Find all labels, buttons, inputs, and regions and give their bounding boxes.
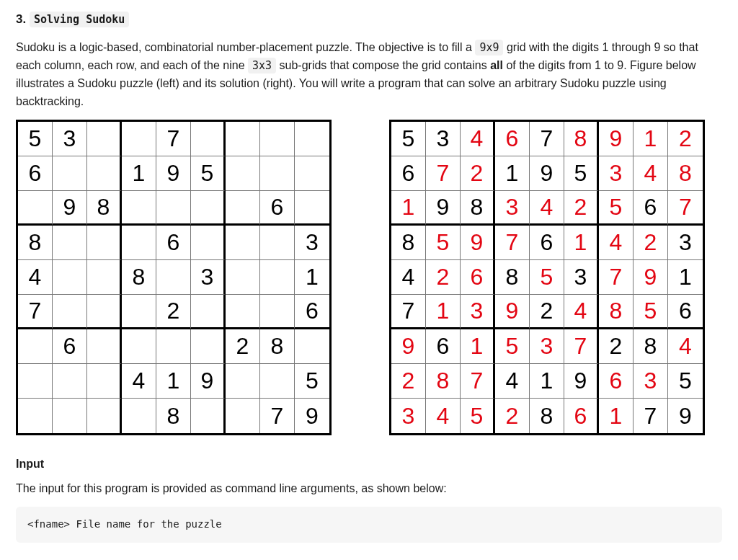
- sudoku-cell: 8: [564, 122, 599, 156]
- sudoku-cell: [18, 191, 53, 226]
- sudoku-cell: 3: [668, 226, 703, 260]
- sudoku-cell: 4: [530, 191, 564, 226]
- sudoku-cell: [156, 191, 191, 226]
- sudoku-cell: 3: [564, 260, 599, 295]
- sudoku-cell: 3: [461, 295, 495, 329]
- sudoku-cell: [53, 260, 87, 295]
- sudoku-cell: 7: [495, 226, 530, 260]
- sudoku-cell: 2: [156, 295, 191, 329]
- sudoku-cell: 5: [461, 399, 495, 433]
- sudoku-cell: 9: [426, 191, 461, 226]
- sudoku-cell: [191, 122, 226, 156]
- desc-text-2: sub-grids that compose the grid contains: [276, 59, 490, 71]
- sudoku-cell: 8: [122, 260, 156, 295]
- sudoku-cell: 3: [426, 122, 461, 156]
- sudoku-cell: 9: [156, 156, 191, 191]
- sudoku-cell: [226, 191, 260, 226]
- heading-prefix: 3.: [16, 12, 30, 26]
- sudoku-cell: 8: [260, 329, 295, 364]
- sudoku-cell: 2: [599, 329, 633, 364]
- sudoku-cell: 5: [426, 226, 461, 260]
- sudoku-cell: [87, 122, 122, 156]
- sudoku-cell: 9: [599, 122, 633, 156]
- sudoku-cell: [191, 329, 226, 364]
- sudoku-cell: 4: [18, 260, 53, 295]
- sudoku-cell: 7: [530, 122, 564, 156]
- sudoku-cell: 8: [633, 329, 668, 364]
- sudoku-cell: [53, 399, 87, 433]
- sudoku-cell: 2: [564, 191, 599, 226]
- sudoku-cell: 8: [87, 191, 122, 226]
- sudoku-cell: 7: [461, 364, 495, 399]
- sudoku-cell: 4: [495, 364, 530, 399]
- sudoku-cell: [53, 156, 87, 191]
- sudoku-cell: 6: [599, 364, 633, 399]
- sudoku-cell: 4: [391, 260, 426, 295]
- sudoku-cell: 5: [18, 122, 53, 156]
- sudoku-cell: [53, 364, 87, 399]
- sudoku-cell: 4: [426, 399, 461, 433]
- sudoku-cell: [226, 226, 260, 260]
- sudoku-cell: 7: [391, 295, 426, 329]
- sudoku-cell: 8: [530, 399, 564, 433]
- sudoku-cell: 6: [461, 260, 495, 295]
- sudoku-cell: 7: [668, 191, 703, 226]
- sudoku-cell: 7: [564, 329, 599, 364]
- sudoku-cell: 2: [226, 329, 260, 364]
- sudoku-cell: 6: [426, 329, 461, 364]
- sudoku-cell: 9: [633, 260, 668, 295]
- sudoku-cell: [295, 122, 329, 156]
- sudoku-cell: [295, 156, 329, 191]
- desc-code-3x3: 3x3: [248, 58, 276, 74]
- code-block: <fname> File name for the puzzle: [16, 507, 722, 543]
- sudoku-cell: 5: [599, 191, 633, 226]
- sudoku-cell: 5: [564, 156, 599, 191]
- sudoku-cell: [295, 329, 329, 364]
- sudoku-cell: 1: [530, 364, 564, 399]
- sudoku-cell: [18, 364, 53, 399]
- sudoku-cell: 1: [599, 399, 633, 433]
- sudoku-cell: [260, 156, 295, 191]
- sudoku-cell: 9: [564, 364, 599, 399]
- sudoku-cell: 1: [156, 364, 191, 399]
- sudoku-boards: 537619598686348317266284195879 534678912…: [16, 120, 722, 435]
- sudoku-cell: 2: [461, 156, 495, 191]
- sudoku-cell: [122, 122, 156, 156]
- desc-text-0: Sudoku is a logic-based, combinatorial n…: [16, 41, 475, 53]
- sudoku-cell: 9: [191, 364, 226, 399]
- sudoku-cell: [87, 329, 122, 364]
- sudoku-cell: 2: [495, 399, 530, 433]
- sudoku-cell: [122, 399, 156, 433]
- sudoku-cell: [260, 295, 295, 329]
- sudoku-cell: 4: [122, 364, 156, 399]
- sudoku-cell: [226, 122, 260, 156]
- sudoku-cell: [260, 122, 295, 156]
- sudoku-cell: 5: [668, 364, 703, 399]
- sudoku-cell: 6: [156, 226, 191, 260]
- input-heading: Input: [16, 455, 722, 474]
- sudoku-cell: [295, 191, 329, 226]
- sudoku-cell: [87, 295, 122, 329]
- sudoku-cell: [156, 329, 191, 364]
- sudoku-cell: 3: [191, 260, 226, 295]
- sudoku-cell: 7: [633, 399, 668, 433]
- sudoku-cell: 1: [295, 260, 329, 295]
- sudoku-cell: 2: [530, 295, 564, 329]
- sudoku-cell: 5: [295, 364, 329, 399]
- sudoku-cell: 6: [668, 295, 703, 329]
- sudoku-cell: 9: [295, 399, 329, 433]
- sudoku-cell: [122, 295, 156, 329]
- problem-description: Sudoku is a logic-based, combinatorial n…: [16, 39, 722, 110]
- sudoku-cell: 1: [668, 260, 703, 295]
- sudoku-cell: 1: [122, 156, 156, 191]
- sudoku-cell: 1: [426, 295, 461, 329]
- sudoku-cell: 4: [599, 226, 633, 260]
- sudoku-cell: 6: [295, 295, 329, 329]
- sudoku-cell: 7: [599, 260, 633, 295]
- sudoku-cell: [87, 364, 122, 399]
- sudoku-cell: [87, 399, 122, 433]
- sudoku-cell: 4: [461, 122, 495, 156]
- sudoku-cell: 8: [461, 191, 495, 226]
- sudoku-cell: [260, 226, 295, 260]
- sudoku-cell: [122, 329, 156, 364]
